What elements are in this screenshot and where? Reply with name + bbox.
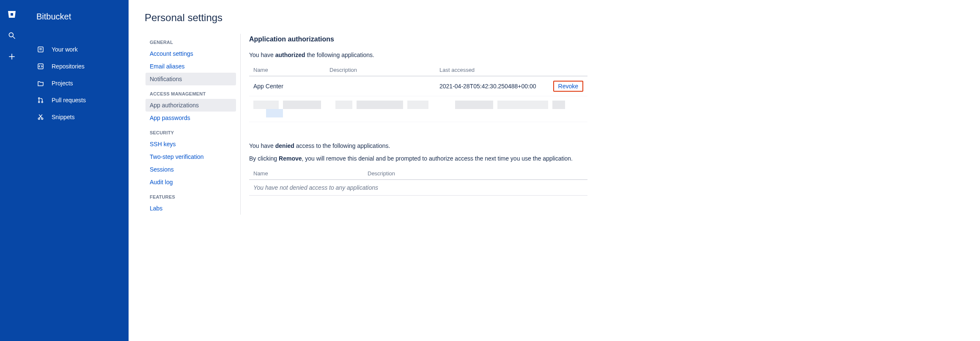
nav-item-label: Projects [52, 80, 73, 87]
projects-icon [36, 79, 45, 87]
section-title: Application authorizations [249, 35, 587, 43]
auth-row-name: App Center [249, 76, 325, 96]
nav-item-label: Snippets [52, 114, 74, 120]
nav-item-your-work[interactable]: Your work [24, 41, 129, 58]
authorized-intro-prefix: You have [249, 52, 275, 58]
svg-point-11 [41, 101, 43, 103]
auth-col-name: Name [249, 64, 325, 76]
nav-item-label: Pull requests [52, 97, 86, 104]
authorized-intro-bold: authorized [275, 52, 305, 58]
your-work-icon [36, 45, 45, 54]
nav-item-repositories[interactable]: Repositories [24, 58, 129, 75]
brand-title[interactable]: Bitbucket [24, 12, 129, 22]
revoke-button[interactable]: Revoke [553, 81, 583, 92]
setting-link-sessions[interactable]: Sessions [145, 163, 236, 176]
svg-point-10 [38, 101, 40, 103]
setting-link-two-step[interactable]: Two-step verification [145, 150, 236, 163]
group-heading-access: ACCESS MANAGEMENT [145, 85, 236, 99]
denied-help-prefix: By clicking [249, 155, 279, 162]
denied-empty-row: You have not denied access to any applic… [249, 180, 587, 196]
denied-col-description: Description [363, 168, 587, 180]
setting-link-labs[interactable]: Labs [145, 202, 236, 215]
icon-rail [0, 0, 24, 341]
setting-link-notifications[interactable]: Notifications [145, 73, 236, 85]
snippets-icon [36, 113, 45, 121]
denied-intro-bold: denied [275, 142, 294, 149]
pull-requests-icon [36, 96, 45, 104]
create-icon[interactable] [7, 52, 17, 62]
denied-intro-prefix: You have [249, 142, 275, 149]
nav-item-pull-requests[interactable]: Pull requests [24, 92, 129, 109]
setting-link-audit-log[interactable]: Audit log [145, 176, 236, 188]
group-heading-features: FEATURES [145, 188, 236, 202]
svg-point-1 [9, 33, 13, 37]
primary-nav: Bitbucket Your work Repositories Project… [24, 0, 129, 341]
bitbucket-logo-icon[interactable] [7, 9, 17, 19]
auth-col-last-accessed: Last accessed [435, 64, 549, 76]
settings-sidebar: GENERAL Account settings Email aliases N… [145, 34, 241, 215]
auth-col-action [549, 64, 587, 76]
redacted-content [249, 96, 587, 122]
group-heading-general: GENERAL [145, 34, 236, 47]
auth-row-action-cell: Revoke [549, 76, 587, 96]
content-column: Application authorizations You have auth… [241, 12, 587, 341]
denied-empty-text: You have not denied access to any applic… [249, 180, 587, 196]
denied-help-bold: Remove [279, 155, 302, 162]
auth-row-description [325, 76, 435, 96]
setting-link-app-passwords[interactable]: App passwords [145, 112, 236, 124]
authorized-table: Name Description Last accessed App Cente… [249, 64, 587, 122]
nav-item-snippets[interactable]: Snippets [24, 109, 129, 125]
group-heading-security: SECURITY [145, 124, 236, 138]
table-row-redacted [249, 96, 587, 122]
setting-link-email-aliases[interactable]: Email aliases [145, 60, 236, 73]
auth-col-description: Description [325, 64, 435, 76]
authorized-intro: You have authorized the following applic… [249, 52, 587, 58]
denied-help: By clicking Remove, you will remove this… [249, 155, 587, 162]
svg-point-9 [38, 98, 40, 99]
denied-intro: You have denied access to the following … [249, 142, 587, 149]
denied-table: Name Description You have not denied acc… [249, 168, 587, 196]
main-area: Personal settings GENERAL Account settin… [129, 0, 980, 341]
page-title: Personal settings [145, 12, 241, 24]
authorized-intro-suffix: the following applications. [305, 52, 374, 58]
table-row: App Center 2021-04-28T05:42:30.250488+00… [249, 76, 587, 96]
nav-list: Your work Repositories Projects Pull req… [24, 41, 129, 125]
denied-intro-suffix: access to the following applications. [294, 142, 390, 149]
nav-item-projects[interactable]: Projects [24, 75, 129, 92]
setting-link-ssh-keys[interactable]: SSH keys [145, 138, 236, 150]
svg-line-2 [13, 37, 15, 39]
svg-rect-0 [11, 13, 13, 16]
nav-item-label: Your work [52, 46, 78, 53]
repositories-icon [36, 62, 45, 71]
denied-help-suffix: , you will remove this denial and be pro… [302, 155, 573, 162]
setting-link-app-authorizations[interactable]: App authorizations [145, 99, 236, 112]
denied-col-name: Name [249, 168, 363, 180]
nav-item-label: Repositories [52, 63, 85, 70]
setting-link-account-settings[interactable]: Account settings [145, 47, 236, 60]
auth-row-last-accessed: 2021-04-28T05:42:30.250488+00:00 [435, 76, 549, 96]
search-icon[interactable] [7, 30, 17, 41]
